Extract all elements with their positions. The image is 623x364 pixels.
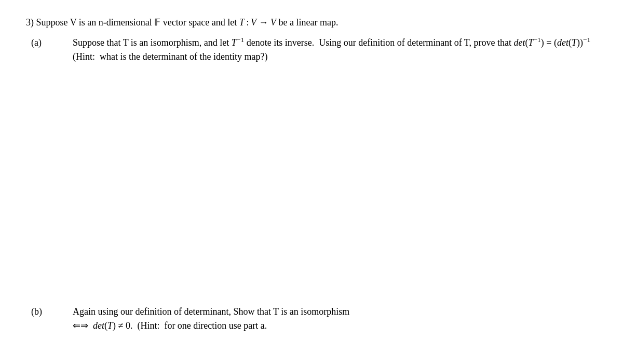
part-b: (b) Again using our definition of determ…	[26, 305, 597, 333]
part-a-content: Suppose that T is an isomorphism, and le…	[73, 36, 597, 64]
problem-number: 3)	[26, 17, 34, 28]
page: 3) Suppose V is an n-dimensional 𝔽 vecto…	[0, 0, 623, 364]
part-b-content: Again using our definition of determinan…	[73, 305, 597, 333]
part-b-text: Again using our definition of determinan…	[73, 306, 349, 331]
part-a: (a) Suppose that T is an isomorphism, an…	[26, 36, 597, 64]
part-b-label: (b)	[26, 305, 73, 333]
problem-header: 3) Suppose V is an n-dimensional 𝔽 vecto…	[26, 16, 597, 30]
part-a-label: (a)	[26, 36, 73, 64]
problem-intro: Suppose V is an n-dimensional 𝔽 vector s…	[36, 17, 338, 28]
part-a-text: Suppose that T is an isomorphism, and le…	[73, 37, 590, 62]
